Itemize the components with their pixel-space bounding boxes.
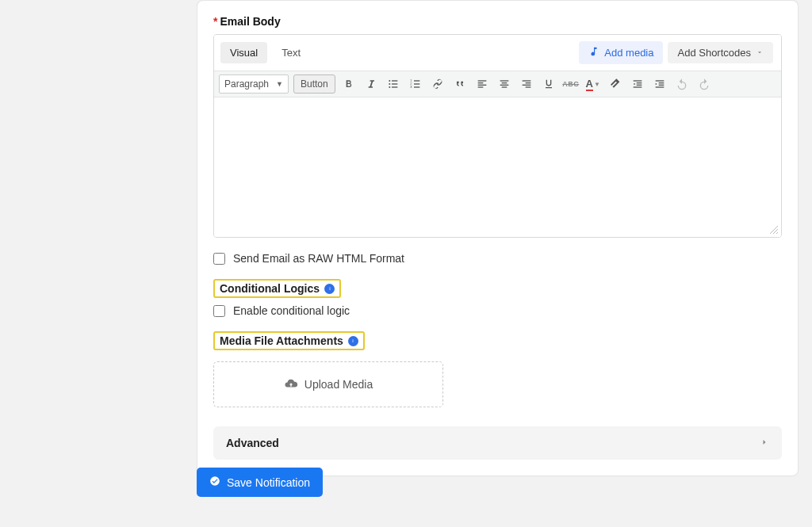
media-attachments-text: Media File Attachments	[220, 334, 343, 347]
save-notification-button[interactable]: Save Notification	[197, 468, 323, 497]
svg-line-34	[776, 232, 778, 234]
advanced-label: Advanced	[226, 437, 279, 449]
svg-point-2	[389, 86, 390, 88]
svg-rect-5	[392, 86, 397, 87]
advanced-accordion[interactable]: Advanced	[213, 426, 782, 460]
svg-rect-27	[633, 86, 642, 87]
raw-html-row[interactable]: Send Email as RAW HTML Format	[213, 252, 782, 265]
editor-content-area[interactable]	[214, 97, 781, 237]
outdent-icon[interactable]	[629, 75, 646, 93]
add-media-button[interactable]: Add media	[579, 41, 663, 64]
enable-conditional-row[interactable]: Enable conditional logic	[213, 304, 782, 317]
tab-visual[interactable]: Visual	[220, 42, 267, 63]
svg-rect-29	[658, 82, 664, 83]
resize-handle[interactable]	[768, 224, 779, 235]
add-media-label: Add media	[604, 47, 653, 59]
svg-rect-25	[636, 82, 642, 83]
raw-html-label: Send Email as RAW HTML Format	[233, 252, 404, 265]
svg-rect-12	[477, 80, 486, 81]
enable-conditional-label: Enable conditional logic	[233, 304, 350, 317]
bullet-list-icon[interactable]	[385, 75, 402, 93]
svg-rect-19	[501, 86, 507, 87]
svg-rect-3	[392, 80, 397, 81]
svg-rect-20	[522, 80, 530, 81]
chevron-right-icon	[760, 437, 769, 449]
insert-button-button[interactable]: Button	[293, 74, 335, 94]
svg-rect-9	[414, 80, 419, 81]
chevron-down-icon	[756, 47, 764, 59]
number-list-icon[interactable]: 123	[407, 75, 424, 93]
add-shortcodes-label: Add Shortcodes	[677, 47, 751, 59]
svg-rect-22	[522, 85, 530, 86]
align-right-icon[interactable]	[518, 75, 535, 93]
raw-html-checkbox[interactable]	[213, 253, 225, 265]
email-body-label: *Email Body	[213, 15, 782, 28]
format-select-value: Paragraph	[224, 78, 269, 90]
add-shortcodes-button[interactable]: Add Shortcodes	[668, 42, 773, 63]
chevron-down-icon: ▼	[276, 80, 283, 88]
strikethrough-icon[interactable]: ABC	[562, 75, 580, 93]
italic-icon[interactable]	[362, 75, 380, 93]
underline-icon[interactable]	[540, 75, 557, 93]
svg-rect-10	[414, 83, 419, 84]
cloud-upload-icon	[284, 376, 298, 393]
svg-rect-16	[500, 80, 508, 81]
align-center-icon[interactable]	[496, 75, 513, 93]
email-body-label-text: Email Body	[220, 15, 280, 28]
email-body-card: *Email Body Visual Text Add media Add Sh…	[197, 0, 799, 476]
svg-rect-21	[525, 82, 530, 83]
format-select[interactable]: Paragraph ▼	[219, 74, 289, 94]
svg-rect-13	[477, 82, 483, 83]
svg-point-1	[389, 83, 390, 85]
svg-rect-26	[636, 85, 642, 86]
bold-icon[interactable]	[340, 75, 358, 93]
svg-rect-31	[655, 86, 664, 87]
rich-text-editor: Visual Text Add media Add Shortcodes	[213, 34, 782, 238]
save-notification-label: Save Notification	[227, 476, 310, 489]
svg-rect-23	[525, 86, 530, 87]
align-left-icon[interactable]	[473, 75, 491, 93]
clear-format-icon[interactable]	[607, 75, 624, 93]
tab-text[interactable]: Text	[272, 42, 310, 63]
editor-topbar: Visual Text Add media Add Shortcodes	[214, 35, 781, 71]
enable-conditional-checkbox[interactable]	[213, 305, 225, 317]
required-marker: *	[213, 15, 217, 28]
undo-icon[interactable]	[673, 75, 691, 93]
text-color-icon[interactable]: A▼	[584, 75, 602, 93]
svg-rect-24	[633, 80, 642, 81]
editor-toolbar: Paragraph ▼ Button 123 ABC A▼	[214, 71, 781, 97]
indent-icon[interactable]	[651, 75, 668, 93]
music-note-icon	[588, 46, 599, 59]
svg-text:3: 3	[410, 85, 412, 89]
conditional-logics-heading: Conditional Logics	[213, 279, 341, 298]
quote-icon[interactable]	[451, 75, 469, 93]
svg-rect-17	[501, 82, 507, 83]
svg-rect-30	[658, 85, 664, 86]
svg-rect-4	[392, 83, 397, 84]
svg-rect-15	[477, 86, 483, 87]
svg-rect-18	[500, 85, 508, 86]
svg-rect-11	[414, 86, 419, 87]
info-icon[interactable]	[348, 336, 358, 346]
upload-media-label: Upload Media	[304, 378, 373, 391]
svg-rect-28	[655, 80, 664, 81]
conditional-logics-text: Conditional Logics	[220, 282, 320, 295]
link-icon[interactable]	[429, 75, 446, 93]
info-icon[interactable]	[324, 284, 335, 294]
redo-icon[interactable]	[695, 75, 713, 93]
media-attachments-heading: Media File Attachments	[213, 331, 365, 350]
upload-media-button[interactable]: Upload Media	[213, 361, 443, 407]
svg-point-0	[389, 80, 390, 82]
svg-rect-14	[477, 85, 486, 86]
check-circle-icon	[209, 475, 220, 489]
